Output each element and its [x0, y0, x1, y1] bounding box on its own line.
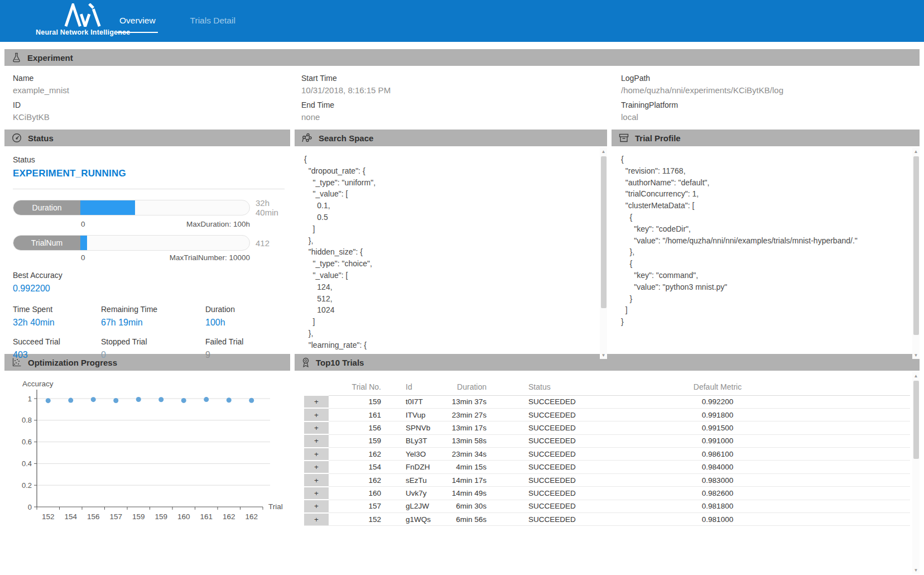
- trial-duration-cell: 14min 49s: [444, 487, 488, 500]
- scrollbar-thumb[interactable]: [913, 381, 919, 459]
- best-accuracy-value: 0.992200: [13, 284, 290, 294]
- status-body: Status EXPERIMENT_RUNNING Duration 32h 4…: [4, 146, 290, 360]
- search-space-body: { "dropout_rate": { "_type": "uniform", …: [295, 146, 607, 360]
- trialnum-bar-fill: [80, 236, 87, 250]
- trial-profile-json: { "revision": 11768, "authorName": "defa…: [612, 146, 920, 328]
- chart-element: 161: [200, 512, 213, 521]
- col-duration: Duration: [444, 378, 488, 395]
- trial-no-cell: 152: [329, 513, 388, 526]
- scroll-up-icon[interactable]: ▲: [912, 372, 920, 380]
- expand-trial-button[interactable]: +: [304, 408, 329, 421]
- expand-trial-button[interactable]: +: [304, 461, 329, 473]
- stat-failed-trial: Failed Trial 9: [205, 337, 290, 360]
- expand-trial-button[interactable]: +: [304, 513, 329, 526]
- trial-no-cell: 159: [329, 434, 388, 447]
- stat-stopped-trial: Stopped Trial 0: [101, 337, 205, 360]
- tab-overview[interactable]: Overview: [118, 15, 157, 28]
- stat-time-spent: Time Spent 32h 40min: [13, 305, 101, 328]
- trial-profile-section-header: Trial Profile: [612, 130, 920, 146]
- trial-status-cell: SUCCEEDED: [488, 513, 617, 526]
- nav-tabs: Overview Trials Detail: [118, 0, 237, 42]
- expand-trial-button[interactable]: +: [304, 487, 329, 500]
- expand-trial-button[interactable]: +: [304, 473, 329, 486]
- chart-element: 162: [245, 512, 258, 521]
- best-accuracy-label: Best Accuracy: [13, 271, 290, 280]
- expand-trial-button[interactable]: +: [304, 500, 329, 512]
- scale-min: 0: [81, 253, 85, 262]
- trial-duration-cell: 23min 34s: [444, 448, 488, 461]
- trial-profile-scrollbar[interactable]: ▲ ▼: [912, 147, 920, 359]
- field-value: 10/31/2018, 8:16:15 PM: [301, 85, 621, 95]
- chart-element: 1: [28, 395, 32, 403]
- search-space-section-header: Search Space: [295, 130, 607, 146]
- trial-metric-cell: 0.991500: [617, 421, 819, 434]
- scrollbar-thumb[interactable]: [913, 156, 919, 335]
- field-value: example_mnist: [13, 85, 301, 95]
- trial-row: +154FnDZH4min 15sSUCCEEDED0.984000: [304, 461, 910, 473]
- expand-trial-button[interactable]: +: [304, 421, 329, 434]
- scroll-up-icon[interactable]: ▲: [600, 147, 607, 155]
- trial-status-cell: SUCCEEDED: [488, 487, 617, 500]
- field-label: End Time: [301, 100, 621, 109]
- trial-status-cell: SUCCEEDED: [488, 421, 617, 434]
- search-space-title: Search Space: [319, 133, 373, 143]
- field-label: TrainingPlatform: [621, 100, 920, 109]
- chart-element: 160: [177, 512, 190, 521]
- nni-logo: Neural Network Intelligence: [36, 3, 130, 36]
- scroll-down-icon[interactable]: ▼: [600, 351, 607, 359]
- chart-element: 152: [42, 512, 55, 521]
- status-stats-grid: Time Spent 32h 40min Remaining Time 67h …: [13, 305, 290, 360]
- trial-no-cell: 156: [329, 421, 388, 434]
- trial-id-cell: SPNVb: [388, 421, 444, 434]
- trial-no-cell: 157: [329, 500, 388, 512]
- trialnum-bar-value: 412: [256, 238, 270, 248]
- data-point: [113, 398, 118, 403]
- chart-element: 156: [87, 512, 100, 521]
- chart-element: Accuracy: [22, 380, 54, 388]
- search-space-panel: Search Space { "dropout_rate": { "_type"…: [295, 130, 607, 360]
- trial-id-cell: gL2JW: [388, 500, 444, 512]
- data-point: [46, 398, 51, 403]
- duration-bar-fill: [80, 200, 135, 215]
- expand-trial-button[interactable]: +: [304, 395, 329, 408]
- scale-max: MaxTrialNumber: 10000: [170, 253, 250, 262]
- scroll-down-icon[interactable]: ▼: [912, 566, 920, 574]
- trial-status-cell: SUCCEEDED: [488, 448, 617, 461]
- chart-element: 0.2: [22, 481, 32, 490]
- top-trials-body: Trial No. Id Duration Status Default Met…: [295, 371, 920, 575]
- expand-trial-button[interactable]: +: [304, 448, 329, 461]
- trial-duration-cell: 23min 27s: [444, 408, 488, 421]
- duration-bar-label: Duration: [13, 200, 80, 215]
- trial-id-cell: FnDZH: [388, 461, 444, 473]
- trial-duration-cell: 13min 58s: [444, 434, 488, 447]
- search-space-scrollbar[interactable]: ▲ ▼: [600, 147, 607, 359]
- scroll-down-icon[interactable]: ▼: [912, 351, 920, 359]
- field-label: Start Time: [301, 74, 621, 83]
- trial-metric-cell: 0.991800: [617, 408, 819, 421]
- top-nav-bar: Neural Network Intelligence Overview Tri…: [0, 0, 924, 42]
- scrollbar-thumb[interactable]: [601, 156, 607, 308]
- top-trials-scrollbar[interactable]: ▲ ▼: [912, 372, 920, 574]
- data-point: [249, 398, 254, 403]
- tab-trials-detail[interactable]: Trials Detail: [189, 15, 237, 28]
- trial-no-cell: 162: [329, 473, 388, 486]
- experiment-col-2: Start Time 10/31/2018, 8:16:15 PM End Ti…: [301, 68, 621, 130]
- filler-cell: [819, 408, 910, 421]
- divider: [13, 189, 285, 189]
- trialnum-progress-row: TrialNum 412: [13, 235, 290, 251]
- data-point: [204, 397, 209, 402]
- scale-max: MaxDuration: 100h: [186, 220, 250, 228]
- filler-cell: [819, 500, 910, 512]
- chart-element: 157: [109, 512, 122, 521]
- scroll-up-icon[interactable]: ▲: [912, 147, 920, 155]
- expand-trial-button[interactable]: +: [304, 434, 329, 447]
- trialnum-bar-scale: 0 MaxTrialNumber: 10000: [81, 253, 250, 262]
- col-default-metric: Default Metric: [617, 378, 819, 395]
- trialnum-bar-label: TrialNum: [13, 236, 80, 250]
- trialnum-progress-bar: TrialNum: [13, 235, 250, 251]
- chart-element: 162: [223, 512, 235, 521]
- stat-duration: Duration 100h: [205, 305, 290, 328]
- field-value: KCiBytKB: [13, 112, 301, 122]
- expand-column-header: [304, 378, 329, 395]
- status-label: Status: [13, 155, 290, 164]
